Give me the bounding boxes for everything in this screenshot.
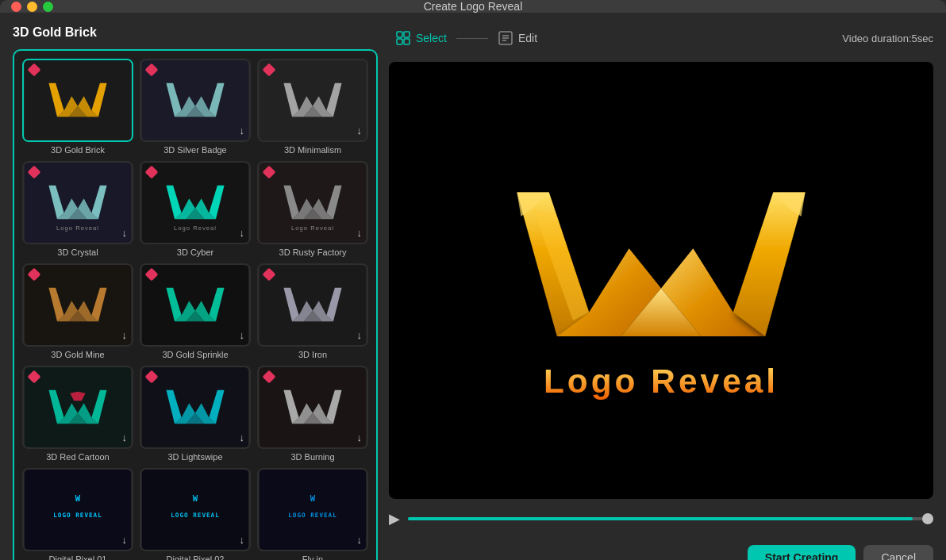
diamond-badge bbox=[146, 64, 157, 75]
download-icon[interactable]: ↓ bbox=[240, 125, 245, 136]
templates-grid: 3D Gold Brick ↓3D Silver Badge ↓3D Minim… bbox=[22, 59, 368, 560]
template-item-3d-silver-badge[interactable]: ↓3D Silver Badge bbox=[140, 59, 251, 155]
window-controls bbox=[11, 2, 53, 12]
download-icon[interactable]: ↓ bbox=[240, 534, 245, 546]
template-item-digital-pixel-02[interactable]: W LOGO REVEAL ↓Digital Pixel 02 bbox=[140, 468, 251, 560]
diamond-badge bbox=[146, 167, 157, 178]
svg-rect-6 bbox=[142, 60, 249, 140]
templates-grid-container[interactable]: 3D Gold Brick ↓3D Silver Badge ↓3D Minim… bbox=[13, 49, 378, 560]
diamond-badge bbox=[146, 269, 157, 280]
progress-thumb[interactable] bbox=[922, 513, 933, 524]
start-creating-button[interactable]: Start Creating bbox=[748, 545, 856, 560]
step-edit-label: Edit bbox=[518, 32, 537, 44]
diamond-badge bbox=[263, 371, 275, 382]
diamond-badge bbox=[263, 167, 275, 178]
download-icon[interactable]: ↓ bbox=[122, 534, 128, 546]
svg-rect-88 bbox=[404, 39, 410, 44]
template-item-3d-rusty-factory[interactable]: Logo Reveal ↓3D Rusty Factory bbox=[257, 161, 368, 257]
template-item-3d-red-cartoon[interactable]: ↓3D Red Cartoon bbox=[22, 366, 133, 462]
template-label: Digital Pixel 01 bbox=[22, 554, 133, 560]
template-label: 3D Rusty Factory bbox=[257, 247, 368, 257]
template-item-3d-burning[interactable]: ↓3D Burning bbox=[257, 366, 368, 462]
template-label: 3D Minimalism bbox=[257, 145, 368, 155]
title-bar: Create Logo Reveal bbox=[0, 0, 946, 13]
svg-rect-57 bbox=[25, 367, 132, 447]
download-icon[interactable]: ↓ bbox=[122, 432, 128, 443]
template-thumb-3d-red-cartoon: ↓ bbox=[22, 366, 133, 449]
template-label: 3D Burning bbox=[257, 452, 368, 462]
svg-text:LOGO REVEAL: LOGO REVEAL bbox=[53, 512, 102, 519]
template-item-3d-crystal[interactable]: Logo Reveal ↓3D Crystal bbox=[22, 161, 133, 257]
template-label: 3D Crystal bbox=[22, 247, 133, 257]
svg-text:W: W bbox=[75, 493, 81, 503]
steps-bar: Select Edit Video duration:5sec bbox=[389, 22, 933, 54]
left-panel: 3D Gold Brick 3D Gold Brick ↓3D Silver B… bbox=[13, 22, 378, 560]
template-item-3d-cyber[interactable]: Logo Reveal ↓3D Cyber bbox=[140, 161, 251, 257]
template-thumb-3d-minimalism: ↓ bbox=[257, 59, 368, 142]
diamond-badge bbox=[29, 167, 40, 178]
template-item-3d-minimalism[interactable]: ↓3D Minimalism bbox=[257, 59, 368, 155]
step-edit[interactable]: Edit bbox=[491, 27, 544, 49]
svg-text:Logo Reveal: Logo Reveal bbox=[56, 224, 99, 232]
template-thumb-3d-rusty-factory: Logo Reveal ↓ bbox=[257, 161, 368, 244]
svg-text:LOGO REVEAL: LOGO REVEAL bbox=[171, 512, 220, 519]
template-thumb-3d-silver-badge: ↓ bbox=[140, 59, 251, 142]
download-icon[interactable]: ↓ bbox=[357, 227, 363, 239]
template-label: 3D Iron bbox=[257, 350, 368, 359]
template-thumb-3d-iron: ↓ bbox=[257, 263, 368, 347]
download-icon[interactable]: ↓ bbox=[122, 227, 128, 239]
template-item-fly-in[interactable]: W LOGO REVEAL ↓Fly in bbox=[257, 468, 368, 560]
svg-rect-51 bbox=[260, 265, 367, 345]
edit-icon bbox=[498, 30, 513, 46]
cancel-button[interactable]: Cancel bbox=[863, 545, 933, 560]
download-icon[interactable]: ↓ bbox=[357, 432, 363, 443]
svg-rect-0 bbox=[25, 60, 132, 140]
close-button[interactable] bbox=[11, 2, 21, 12]
download-icon[interactable]: ↓ bbox=[357, 534, 363, 546]
diamond-badge bbox=[29, 64, 40, 75]
svg-rect-85 bbox=[397, 32, 402, 37]
template-thumb-3d-cyber: Logo Reveal ↓ bbox=[140, 161, 251, 244]
download-icon[interactable]: ↓ bbox=[357, 125, 363, 136]
template-item-3d-gold-brick[interactable]: 3D Gold Brick bbox=[22, 59, 133, 155]
template-label: 3D Red Cartoon bbox=[22, 452, 133, 462]
download-icon[interactable]: ↓ bbox=[240, 227, 245, 239]
template-item-3d-iron[interactable]: ↓3D Iron bbox=[257, 263, 368, 359]
step-select-label: Select bbox=[416, 32, 447, 44]
template-item-digital-pixel-01[interactable]: W LOGO REVEAL ↓Digital Pixel 01 bbox=[22, 468, 133, 560]
minimize-button[interactable] bbox=[27, 2, 37, 12]
bottom-bar: Start Creating Cancel bbox=[389, 539, 933, 560]
svg-rect-82 bbox=[260, 470, 367, 550]
template-thumb-3d-gold-mine: ↓ bbox=[22, 263, 133, 347]
template-thumb-3d-gold-sprinkle: ↓ bbox=[140, 263, 251, 347]
diamond-badge bbox=[263, 269, 275, 280]
template-label: 3D Silver Badge bbox=[140, 145, 251, 155]
template-label: 3D Lightswipe bbox=[140, 452, 251, 462]
template-item-3d-lightswipe[interactable]: ↓3D Lightswipe bbox=[140, 366, 251, 462]
svg-rect-45 bbox=[142, 265, 249, 345]
progress-fill bbox=[408, 517, 913, 520]
window-title: Create Logo Reveal bbox=[424, 0, 523, 13]
svg-text:W: W bbox=[193, 493, 198, 503]
progress-track[interactable] bbox=[408, 517, 933, 520]
maximize-button[interactable] bbox=[43, 2, 53, 12]
svg-rect-87 bbox=[397, 39, 402, 44]
template-label: 3D Gold Mine bbox=[22, 350, 133, 359]
step-select[interactable]: Select bbox=[389, 27, 453, 49]
template-thumb-digital-pixel-01: W LOGO REVEAL ↓ bbox=[22, 468, 133, 551]
playback-bar: ▶ bbox=[389, 507, 933, 531]
right-panel: Select Edit Video duration:5sec bbox=[389, 22, 933, 560]
download-icon[interactable]: ↓ bbox=[357, 329, 363, 341]
svg-rect-70 bbox=[260, 367, 367, 447]
download-icon[interactable]: ↓ bbox=[122, 329, 128, 341]
play-button[interactable]: ▶ bbox=[389, 510, 400, 527]
download-icon[interactable]: ↓ bbox=[240, 432, 245, 443]
diamond-badge bbox=[146, 371, 157, 382]
template-label: Digital Pixel 02 bbox=[140, 554, 251, 560]
download-icon[interactable]: ↓ bbox=[240, 329, 245, 341]
template-item-3d-gold-mine[interactable]: ↓3D Gold Mine bbox=[22, 263, 133, 359]
main-content: 3D Gold Brick 3D Gold Brick ↓3D Silver B… bbox=[0, 13, 946, 560]
svg-rect-86 bbox=[404, 32, 410, 37]
template-thumb-digital-pixel-02: W LOGO REVEAL ↓ bbox=[140, 468, 251, 551]
template-item-3d-gold-sprinkle[interactable]: ↓3D Gold Sprinkle bbox=[140, 263, 251, 359]
